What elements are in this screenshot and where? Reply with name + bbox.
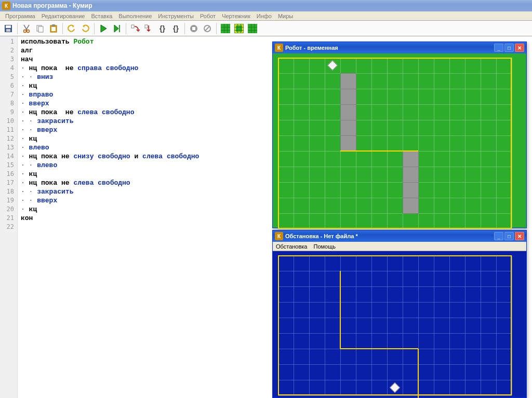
menu-item[interactable]: Робот [197,12,219,20]
env-titlebar[interactable]: К Обстановка - Нет файла * _ □ ✕ [273,230,526,242]
svg-rect-1 [6,25,11,28]
cut-button[interactable] [20,22,33,35]
menu-item[interactable]: Помощь [313,243,336,250]
svg-rect-8 [52,24,55,26]
minimize-button[interactable]: _ [494,232,503,240]
step-into-button[interactable] [129,22,141,35]
robot-canvas[interactable] [273,53,526,228]
menu-item[interactable]: Миры [275,12,296,20]
step-brace1-button[interactable]: {} [156,22,168,35]
env-menu: ОбстановкаПомощь [273,242,526,251]
grid-green1-button[interactable] [219,22,232,35]
maximize-button[interactable]: □ [504,232,514,240]
menu-item[interactable]: Инфо [254,12,275,20]
svg-rect-10 [119,25,120,32]
svg-text:{}: {} [159,24,165,33]
svg-rect-11 [131,25,134,28]
paste-button[interactable] [47,22,60,35]
step-brace2-button[interactable]: {} [169,22,182,35]
grid-green2-button[interactable] [233,22,245,35]
svg-text:{}: {} [173,24,179,33]
menu-item[interactable]: Программа [2,12,38,20]
code-editor[interactable]: 12345678910111213141516171819202122 испо… [0,36,270,398]
svg-rect-2 [6,29,10,32]
main-area: 12345678910111213141516171819202122 испо… [0,36,532,398]
menu-bar: ПрограммаРедактированиеВставкаВыполнение… [0,11,532,21]
undo-button[interactable] [65,22,78,35]
stop-large-button[interactable] [188,22,200,35]
window-title: Новая программа - Кумир [12,2,92,9]
toolbar: {} {} [0,21,532,36]
robot-titlebar[interactable]: К Робот - временная _ □ ✕ [273,42,526,53]
env-window[interactable]: К Обстановка - Нет файла * _ □ ✕ Обстано… [272,230,527,398]
app-icon: К [275,44,283,52]
robot-window[interactable]: К Робот - временная _ □ ✕ [272,42,527,228]
copy-button[interactable] [34,22,46,35]
app-icon: К [275,232,283,240]
maximize-button[interactable]: □ [504,44,514,52]
svg-line-18 [205,26,209,31]
save-button[interactable] [2,22,15,35]
code-content[interactable]: использовать Роботалгнач· нц пока не спр… [18,36,270,398]
menu-item[interactable]: Выполнение [115,12,155,20]
menu-item[interactable]: Редактирование [38,12,88,20]
app-icon: К [2,2,10,10]
svg-rect-12 [145,25,148,28]
line-gutter: 12345678910111213141516171819202122 [0,36,18,398]
menu-item[interactable]: Инструменты [155,12,197,20]
svg-rect-6 [38,26,43,32]
grid-green3-button[interactable] [246,22,259,35]
stop-small-button[interactable] [201,22,214,35]
robot-window-title: Робот - временная [285,45,338,51]
menu-item[interactable]: Вставка [88,12,115,20]
menu-item[interactable]: Обстановка [276,243,307,250]
env-window-title: Обстановка - Нет файла * [285,233,358,239]
svg-point-3 [24,30,26,32]
menu-item[interactable]: Чертежник [219,12,254,20]
close-button[interactable]: ✕ [515,232,524,240]
svg-rect-9 [51,27,56,31]
minimize-button[interactable]: _ [494,44,503,52]
svg-rect-16 [192,27,195,30]
main-titlebar: К Новая программа - Кумир [0,0,532,11]
close-button[interactable]: ✕ [515,44,524,52]
pause-button[interactable] [111,22,123,35]
redo-button[interactable] [79,22,91,35]
svg-point-4 [27,30,30,32]
step-over-button[interactable] [142,22,155,35]
env-canvas[interactable] [273,251,526,397]
run-button[interactable] [97,22,110,35]
